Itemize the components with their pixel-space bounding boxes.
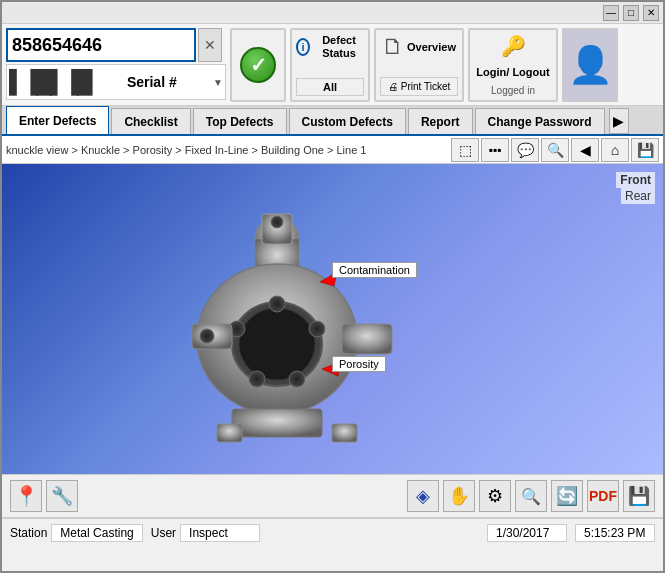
overview-label: Overview: [407, 41, 456, 53]
key-icon: 🔑: [501, 34, 526, 58]
view-icon-button[interactable]: ⬚: [451, 138, 479, 162]
dropdown-arrow-icon[interactable]: ▼: [213, 77, 223, 88]
refresh-icon-button[interactable]: 🔄: [551, 480, 583, 512]
serial-number-input[interactable]: [6, 28, 196, 62]
tab-top-defects[interactable]: Top Defects: [193, 108, 287, 134]
date-value: 1/30/2017: [487, 524, 567, 542]
defect-status-label: Defect Status: [314, 34, 364, 60]
view-icon: ⬚: [459, 142, 472, 158]
home-icon-button[interactable]: ⌂: [601, 138, 629, 162]
user-label: User: [151, 526, 176, 540]
tab-change-password-label: Change Password: [488, 115, 592, 129]
svg-point-9: [289, 371, 305, 387]
svg-rect-14: [217, 424, 242, 442]
back-icon: ◀: [580, 142, 591, 158]
bottom-right-icons: ◈ ✋ ⚙ 🔍 🔄 PDF 💾: [407, 480, 655, 512]
location-icon-button[interactable]: 📍: [10, 480, 42, 512]
tab-top-defects-label: Top Defects: [206, 115, 274, 129]
overview-button[interactable]: 🗋 Overview 🖨 Print Ticket: [374, 28, 464, 102]
pan-icon-button[interactable]: ✋: [443, 480, 475, 512]
tab-report[interactable]: Report: [408, 108, 473, 134]
pdf-icon: PDF: [589, 488, 617, 504]
tab-report-label: Report: [421, 115, 460, 129]
bottom-toolbar: 📍 🔧 ◈ ✋ ⚙ 🔍 🔄 PDF 💾: [2, 474, 663, 518]
breadcrumb-bar: knuckle view > Knuckle > Porosity > Fixe…: [2, 136, 663, 164]
svg-point-6: [309, 321, 325, 337]
breadcrumb: knuckle view > Knuckle > Porosity > Fixe…: [6, 144, 451, 156]
barcode-icon: ▌▐█▌▐█: [9, 69, 91, 95]
grid-icon-button[interactable]: ▪▪▪: [481, 138, 509, 162]
svg-rect-13: [232, 409, 322, 437]
svg-point-4: [239, 308, 315, 380]
chat-icon-button[interactable]: 💬: [511, 138, 539, 162]
user-value: Inspect: [180, 524, 260, 542]
clear-button[interactable]: ✕: [198, 28, 222, 62]
save-icon-button[interactable]: 💾: [631, 138, 659, 162]
zoom-icon-button[interactable]: 🔍: [541, 138, 569, 162]
login-label: Login/ Logout: [476, 66, 549, 78]
tabs-more-button[interactable]: ▶: [609, 108, 629, 134]
serial-number-label: Serial #: [95, 74, 210, 90]
serial-input-row: ✕: [6, 28, 226, 62]
porosity-defect-label: Porosity: [332, 356, 386, 372]
svg-point-7: [269, 296, 285, 312]
overview-icon: 🗋: [382, 34, 404, 60]
zoom-icon: 🔍: [547, 142, 564, 158]
pan-icon: ✋: [448, 485, 470, 507]
tab-checklist-label: Checklist: [124, 115, 177, 129]
tab-custom-defects-label: Custom Defects: [302, 115, 393, 129]
minimize-button[interactable]: —: [603, 5, 619, 21]
wrench-icon: 🔧: [51, 485, 73, 507]
3d-rotate-icon: ◈: [416, 485, 430, 507]
check-button[interactable]: ✓: [230, 28, 286, 102]
defect-status-header: i Defect Status: [296, 34, 364, 60]
refresh-icon: 🔄: [556, 485, 578, 507]
location-icon: 📍: [14, 484, 39, 508]
svg-point-17: [271, 216, 283, 228]
save-icon: 💾: [637, 142, 654, 158]
close-button[interactable]: ✕: [643, 5, 659, 21]
print-ticket-label: Print Ticket: [401, 81, 450, 92]
svg-point-8: [249, 371, 265, 387]
top-bar: ✕ ▌▐█▌▐█ Serial # ▼ ✓ i Defect Status Al…: [2, 24, 663, 106]
user-field: User Inspect: [151, 524, 260, 542]
window-controls[interactable]: — □ ✕: [603, 5, 659, 21]
tab-enter-defects[interactable]: Enter Defects: [6, 106, 109, 134]
3d-rotate-icon-button[interactable]: ◈: [407, 480, 439, 512]
main-canvas[interactable]: Front Rear: [2, 164, 663, 474]
back-icon-button[interactable]: ◀: [571, 138, 599, 162]
home-icon: ⌂: [611, 142, 619, 158]
printer-icon: 🖨: [388, 81, 398, 92]
pdf-icon-button[interactable]: PDF: [587, 480, 619, 512]
station-field: Station Metal Casting: [10, 524, 143, 542]
overview-top: 🗋 Overview: [380, 34, 458, 60]
save-bottom-icon-button[interactable]: 💾: [623, 480, 655, 512]
title-bar: — □ ✕: [2, 2, 663, 24]
bottom-left-icons: 📍 🔧: [10, 480, 78, 512]
maximize-button[interactable]: □: [623, 5, 639, 21]
part-container: Contamination Porosity: [62, 184, 582, 464]
tab-checklist[interactable]: Checklist: [111, 108, 190, 134]
view-front-label: Front: [616, 172, 655, 188]
check-circle-icon: ✓: [240, 47, 276, 83]
login-logout-button[interactable]: 🔑 Login/ Logout Logged in: [468, 28, 558, 102]
station-label: Station: [10, 526, 47, 540]
svg-point-11: [200, 329, 214, 343]
date-field: 1/30/2017: [487, 524, 567, 542]
time-value: 5:15:23 PM: [575, 524, 655, 542]
tab-custom-defects[interactable]: Custom Defects: [289, 108, 406, 134]
tab-change-password[interactable]: Change Password: [475, 108, 605, 134]
serial-section: ✕ ▌▐█▌▐█ Serial # ▼: [6, 28, 226, 101]
breadcrumb-toolbar: ⬚ ▪▪▪ 💬 🔍 ◀ ⌂ 💾: [451, 138, 659, 162]
settings-icon-button[interactable]: ⚙: [479, 480, 511, 512]
avatar-icon: 👤: [568, 44, 613, 86]
print-ticket-button[interactable]: 🖨 Print Ticket: [380, 77, 458, 96]
defect-status-button[interactable]: i Defect Status All: [290, 28, 370, 102]
wrench-icon-button[interactable]: 🔧: [46, 480, 78, 512]
station-value: Metal Casting: [51, 524, 142, 542]
settings-icon: ⚙: [487, 485, 503, 507]
navigation-tabs: Enter Defects Checklist Top Defects Cust…: [2, 106, 663, 136]
zoom-fit-icon-button[interactable]: 🔍: [515, 480, 547, 512]
barcode-row: ▌▐█▌▐█ Serial # ▼: [6, 64, 226, 100]
zoom-fit-icon: 🔍: [521, 487, 541, 506]
